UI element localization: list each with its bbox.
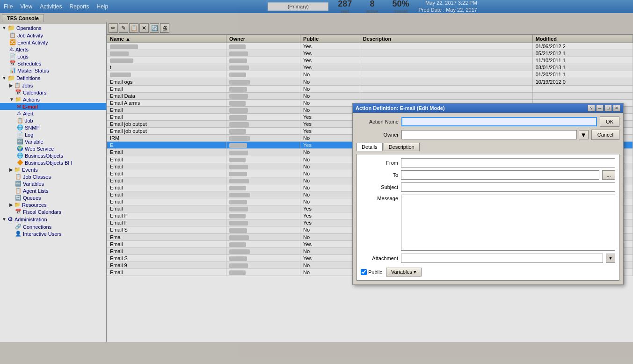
subject-row: Subject xyxy=(361,182,615,192)
ok-button[interactable]: OK xyxy=(600,116,619,127)
owner-row: Owner ▼ Cancel xyxy=(357,130,619,140)
message-label: Message xyxy=(361,196,398,201)
owner-dropdown-btn[interactable]: ▼ xyxy=(579,130,589,139)
action-name-input[interactable] xyxy=(401,117,597,126)
to-input[interactable] xyxy=(401,170,599,180)
attachment-browse-btn[interactable]: ▼ xyxy=(606,254,615,263)
action-name-label: Action Name xyxy=(357,119,399,124)
subject-label: Subject xyxy=(361,184,398,190)
public-checkbox-label[interactable]: Public xyxy=(361,269,382,275)
modal-title: Action Definition: E-mail (Edit Mode) xyxy=(356,105,445,111)
from-label: From xyxy=(361,160,398,166)
tab-description[interactable]: Description xyxy=(384,143,420,151)
modal-close-btn[interactable]: ✕ xyxy=(613,105,620,111)
tab-content-details: From To ... Subject Message xyxy=(357,154,619,281)
action-definition-modal: Action Definition: E-mail (Edit Mode) ? … xyxy=(352,103,624,285)
to-label: To xyxy=(361,172,398,178)
to-browse-btn[interactable]: ... xyxy=(602,170,615,180)
from-row: From xyxy=(361,158,615,167)
modal-tabs: Details Description xyxy=(357,143,619,151)
action-name-row: Action Name OK xyxy=(357,116,619,127)
modal-help-btn[interactable]: ? xyxy=(588,105,595,111)
message-row: Message xyxy=(361,195,615,251)
modal-body: Action Name OK Owner ▼ Cancel Details De… xyxy=(353,113,623,284)
message-textarea[interactable] xyxy=(401,195,615,251)
from-input[interactable] xyxy=(401,158,615,167)
owner-input[interactable] xyxy=(401,130,577,139)
subject-input[interactable] xyxy=(401,182,615,192)
owner-label: Owner xyxy=(357,132,399,138)
tab-details[interactable]: Details xyxy=(357,143,383,151)
attachment-input[interactable] xyxy=(401,254,603,263)
cancel-button[interactable]: Cancel xyxy=(591,130,619,140)
modal-maximize-btn[interactable]: □ xyxy=(604,105,612,111)
to-row: To ... xyxy=(361,170,615,180)
public-checkbox[interactable] xyxy=(361,269,367,275)
attachment-row: Attachment ▼ xyxy=(361,254,615,263)
public-label: Public xyxy=(368,269,382,275)
attachment-label: Attachment xyxy=(361,255,398,261)
variables-button[interactable]: Variables ▾ xyxy=(386,268,422,277)
modal-overlay: Action Definition: E-mail (Edit Mode) ? … xyxy=(0,0,633,342)
modal-titlebar: Action Definition: E-mail (Edit Mode) ? … xyxy=(353,103,623,113)
modal-minimize-btn[interactable]: ─ xyxy=(596,105,604,111)
modal-titlebar-buttons: ? ─ □ ✕ xyxy=(588,105,620,111)
modal-bottom-row: Public Variables ▾ xyxy=(361,266,615,277)
